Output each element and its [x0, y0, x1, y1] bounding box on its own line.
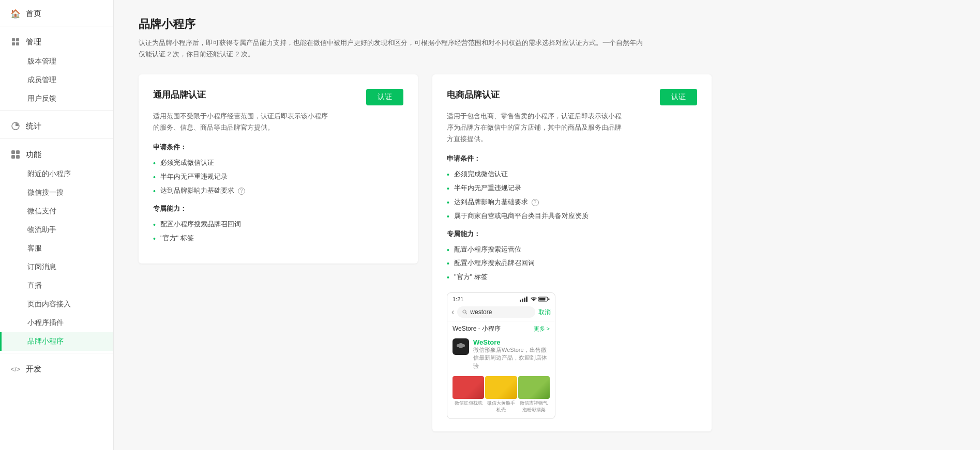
home-icon: 🏠	[10, 8, 21, 19]
sidebar-item-stats[interactable]: 统计	[0, 113, 113, 136]
sidebar-stats-label: 统计	[26, 121, 41, 131]
phone-search-bar: ‹ westore 取消	[447, 304, 555, 321]
abilities-label: 专属能力：	[447, 229, 697, 239]
phone-signal	[520, 297, 550, 302]
sidebar-dev-label: 开发	[26, 364, 41, 374]
ecommerce-cert-button[interactable]: 认证	[660, 89, 697, 105]
abilities-label: 专属能力：	[153, 204, 403, 213]
manage-icon	[10, 37, 21, 47]
list-item: 配置小程序搜索品牌召回词	[153, 218, 403, 231]
phone-result-text: WeStore 微信形象店WeStore，出售微信最新周边产品，欢迎到店体验	[473, 338, 550, 370]
divider	[0, 26, 113, 26]
sidebar-item-feedback[interactable]: 用户反馈	[0, 89, 113, 108]
sidebar-item-dev[interactable]: </> 开发	[0, 355, 113, 379]
svg-rect-10	[522, 299, 523, 302]
card-title: 电商品牌认证	[447, 89, 500, 101]
card-desc: 适用于包含电商、零售售卖的小程序，认证后即表示该小程序为品牌方在微信中的官方店铺…	[447, 111, 623, 145]
abilities-list: 配置小程序搜索运营位 配置小程序搜索品牌召回词 "官方" 标签	[447, 243, 697, 284]
dev-icon: </>	[10, 364, 21, 374]
phone-search-text: westore	[470, 308, 492, 316]
svg-point-20	[462, 344, 465, 347]
page-description: 认证为品牌小程序后，即可获得专属产品能力支持，也能在微信中被用户更好的发现和区分…	[139, 37, 645, 60]
sidebar-item-home[interactable]: 🏠 首页	[0, 0, 113, 24]
phone-back-button[interactable]: ‹	[451, 307, 454, 317]
list-item: 半年内无严重违规记录	[447, 181, 697, 195]
card-title: 通用品牌认证	[153, 89, 206, 101]
divider	[0, 110, 113, 111]
card-header: 通用品牌认证 认证	[153, 89, 403, 105]
sidebar-item-live[interactable]: 直播	[0, 276, 113, 295]
main-content: 品牌小程序 认证为品牌小程序后，即可获得专属产品能力支持，也能在微信中被用户更好…	[114, 0, 980, 450]
svg-rect-12	[526, 297, 527, 302]
svg-rect-15	[548, 299, 550, 300]
general-cert-button[interactable]: 认证	[366, 89, 403, 105]
phone-result-title: WeStore - 小程序	[453, 324, 501, 333]
svg-rect-3	[16, 42, 19, 45]
thumb-green	[518, 376, 550, 399]
sidebar-item-manage[interactable]: 管理	[0, 28, 113, 52]
stats-icon	[10, 121, 21, 131]
page-title: 品牌小程序	[139, 17, 955, 32]
svg-rect-2	[12, 42, 15, 45]
thumb-yellow	[485, 376, 517, 399]
list-item: "官方" 标签	[153, 231, 403, 245]
phone-mockup: 1:21 ‹ westore 取消	[447, 292, 555, 419]
sidebar-item-plugin[interactable]: 小程序插件	[0, 314, 113, 332]
conditions-label: 申请条件：	[153, 143, 403, 152]
sidebar-item-features[interactable]: 功能	[0, 141, 113, 165]
phone-avatar	[453, 338, 469, 355]
phone-result-item[interactable]: WeStore 微信形象店WeStore，出售微信最新周边产品，欢迎到店体验	[447, 335, 555, 373]
svg-rect-6	[16, 150, 20, 154]
divider	[0, 353, 113, 353]
help-icon[interactable]: ?	[238, 188, 245, 195]
sidebar-features-label: 功能	[26, 150, 41, 160]
sidebar-manage-label: 管理	[26, 37, 41, 47]
svg-rect-1	[16, 38, 19, 41]
general-cert-card: 通用品牌认证 认证 适用范围不受限于小程序经营范围，认证后即表示该小程序的服务、…	[139, 74, 418, 263]
sidebar: 🏠 首页 管理 版本管理 成员管理 用户反馈 统计 功能 附近的小程序 微信搜一…	[0, 0, 114, 450]
list-item: 配置小程序搜索运营位	[447, 243, 697, 257]
divider	[0, 138, 113, 139]
list-item: 达到品牌影响力基础要求 ?	[447, 195, 697, 209]
sidebar-home-label: 首页	[26, 9, 41, 19]
phone-time: 1:21	[453, 296, 463, 302]
svg-rect-11	[524, 298, 525, 302]
thumb-col-2: 微信吉祥物气泡粉彩摆架	[518, 376, 550, 413]
phone-cancel-button[interactable]: 取消	[538, 308, 551, 317]
sidebar-item-subscription[interactable]: 订阅消息	[0, 258, 113, 276]
svg-rect-9	[520, 300, 521, 302]
list-item: 半年内无严重违规记录	[153, 170, 403, 184]
list-item: "官方" 标签	[447, 270, 697, 284]
sidebar-item-member[interactable]: 成员管理	[0, 71, 113, 89]
help-icon[interactable]: ?	[532, 199, 539, 206]
sidebar-item-wechat-pay[interactable]: 微信支付	[0, 202, 113, 221]
list-item: 配置小程序搜索品牌召回词	[447, 256, 697, 270]
list-item: 必须完成微信认证	[447, 167, 697, 181]
list-item: 必须完成微信认证	[153, 156, 403, 170]
sidebar-item-brand[interactable]: 品牌小程序	[0, 332, 113, 351]
abilities-list: 配置小程序搜索品牌召回词 "官方" 标签	[153, 218, 403, 245]
thumb-red	[453, 376, 484, 399]
phone-app-name: WeStore	[473, 338, 550, 346]
ecommerce-cert-card: 电商品牌认证 认证 适用于包含电商、零售售卖的小程序，认证后即表示该小程序为品牌…	[432, 74, 712, 431]
thumb-col-0: 微信红包枕枕	[453, 376, 484, 413]
phone-thumbs: 微信红包枕枕 微信大黄脸手机壳 微信吉祥物气泡粉彩摆架	[447, 373, 555, 418]
list-item: 达到品牌影响力基础要求 ?	[153, 184, 403, 198]
sidebar-item-version[interactable]: 版本管理	[0, 52, 113, 71]
svg-rect-8	[16, 155, 20, 159]
svg-rect-0	[12, 38, 15, 41]
sidebar-item-service[interactable]: 客服	[0, 239, 113, 258]
phone-more-link[interactable]: 更多 >	[534, 325, 550, 333]
sidebar-item-page-content[interactable]: 页面内容接入	[0, 295, 113, 314]
thumb-label-2: 微信吉祥物气泡粉彩摆架	[518, 400, 550, 413]
thumb-label-1: 微信大黄脸手机壳	[485, 400, 517, 413]
thumb-col-1: 微信大黄脸手机壳	[485, 376, 517, 413]
phone-search-input[interactable]: westore	[457, 306, 535, 318]
conditions-list: 必须完成微信认证 半年内无严重违规记录 达到品牌影响力基础要求 ? 属于商家自营…	[447, 167, 697, 223]
svg-point-19	[457, 344, 460, 347]
sidebar-item-logistics[interactable]: 物流助手	[0, 221, 113, 239]
svg-point-16	[463, 310, 466, 313]
sidebar-item-nearby[interactable]: 附近的小程序	[0, 165, 113, 183]
phone-result-header: WeStore - 小程序 更多 >	[447, 321, 555, 335]
sidebar-item-wechat-search[interactable]: 微信搜一搜	[0, 183, 113, 202]
